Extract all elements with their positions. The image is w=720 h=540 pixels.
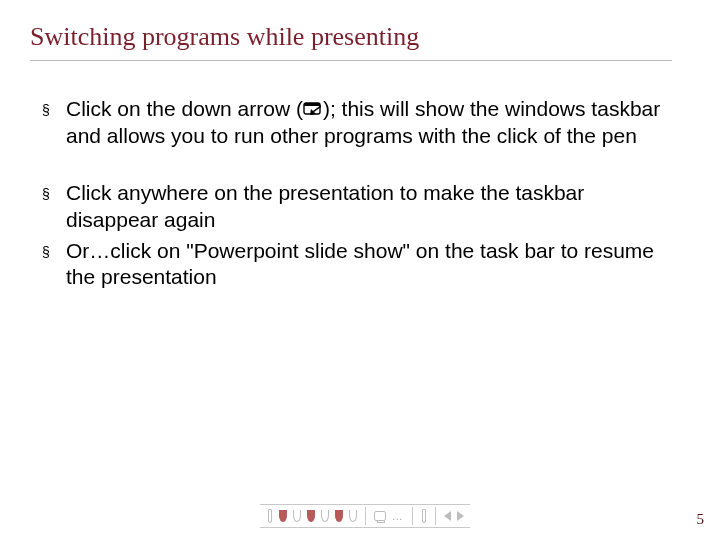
ink-drop-icon[interactable] [335, 508, 343, 524]
screen-icon[interactable] [374, 508, 386, 524]
next-arrow-icon[interactable] [457, 508, 464, 524]
bullet-group: § Click anywhere on the presentation to … [42, 180, 662, 292]
pin-icon[interactable] [266, 508, 273, 524]
toolbar-divider [412, 507, 413, 525]
prev-arrow-icon[interactable] [444, 508, 451, 524]
bullet-item: § Click anywhere on the presentation to … [42, 180, 662, 234]
bullet-text: Click anywhere on the presentation to ma… [66, 180, 662, 234]
slide-body: § Click on the down arrow (); this will … [42, 96, 662, 321]
bullet-text-pre: Click on the down arrow ( [66, 97, 303, 120]
bullet-text: Click on the down arrow (); this will sh… [66, 96, 662, 150]
ink-drop-icon[interactable] [279, 508, 287, 524]
bullet-marker: § [42, 96, 66, 150]
screen-arrow-icon [303, 102, 323, 118]
bullet-text: Or…click on "Powerpoint slide show" on t… [66, 238, 662, 292]
ink-toolbar: … [260, 504, 470, 528]
pin-icon[interactable] [420, 508, 427, 524]
bullet-item: § Or…click on "Powerpoint slide show" on… [42, 238, 662, 292]
title-underline [30, 60, 672, 61]
ink-drop-icon[interactable] [321, 508, 329, 524]
ink-drop-icon[interactable] [307, 508, 315, 524]
toolbar-divider [435, 507, 436, 525]
bullet-item: § Click on the down arrow (); this will … [42, 96, 662, 150]
more-icon[interactable]: … [392, 508, 404, 524]
ink-drop-icon[interactable] [293, 508, 301, 524]
toolbar-divider [365, 507, 366, 525]
bullet-marker: § [42, 238, 66, 292]
bullet-group: § Click on the down arrow (); this will … [42, 96, 662, 150]
ink-drop-icon[interactable] [349, 508, 357, 524]
slide: Switching programs while presenting § Cl… [0, 0, 720, 540]
page-number: 5 [697, 511, 705, 528]
slide-title: Switching programs while presenting [30, 22, 419, 52]
svg-rect-1 [304, 103, 320, 106]
bullet-marker: § [42, 180, 66, 234]
